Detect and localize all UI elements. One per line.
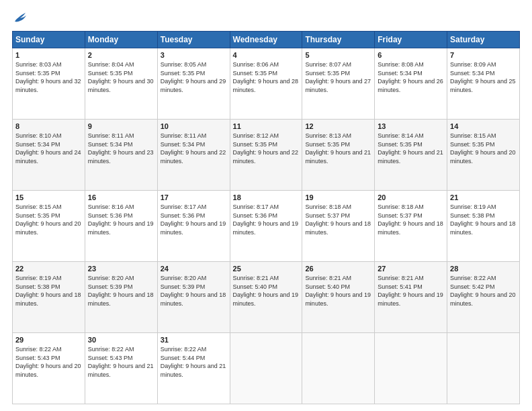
calendar-cell: 25Sunrise: 8:21 AMSunset: 5:40 PMDayligh… (230, 262, 302, 333)
day-number: 24 (161, 265, 227, 273)
day-number: 8 (15, 122, 82, 130)
calendar-cell: 10Sunrise: 8:11 AMSunset: 5:34 PMDayligh… (157, 120, 230, 191)
calendar-cell: 5Sunrise: 8:07 AMSunset: 5:35 PMDaylight… (302, 48, 375, 120)
calendar-cell: 24Sunrise: 8:20 AMSunset: 5:39 PMDayligh… (157, 262, 230, 333)
calendar-cell: 11Sunrise: 8:12 AMSunset: 5:35 PMDayligh… (230, 120, 302, 191)
day-info: Sunrise: 8:14 AMSunset: 5:35 PMDaylight:… (378, 132, 443, 165)
day-header-saturday: Saturday (447, 32, 520, 48)
calendar-cell: 17Sunrise: 8:17 AMSunset: 5:36 PMDayligh… (157, 191, 230, 262)
day-number: 30 (88, 336, 154, 344)
day-info: Sunrise: 8:06 AMSunset: 5:35 PMDaylight:… (233, 61, 299, 93)
day-number: 17 (161, 193, 227, 201)
calendar-cell (447, 333, 520, 404)
day-info: Sunrise: 8:20 AMSunset: 5:39 PMDaylight:… (161, 275, 226, 307)
calendar-cell: 8Sunrise: 8:10 AMSunset: 5:34 PMDaylight… (13, 120, 85, 191)
day-number: 31 (161, 336, 227, 344)
day-number: 13 (378, 122, 444, 130)
calendar-cell: 1Sunrise: 8:03 AMSunset: 5:35 PMDaylight… (13, 48, 85, 120)
day-number: 26 (305, 265, 371, 273)
day-number: 21 (450, 193, 517, 201)
day-number: 11 (233, 122, 300, 130)
calendar-cell (375, 333, 447, 404)
calendar-cell: 14Sunrise: 8:15 AMSunset: 5:35 PMDayligh… (447, 120, 520, 191)
day-number: 23 (88, 265, 154, 273)
day-info: Sunrise: 8:22 AMSunset: 5:43 PMDaylight:… (15, 346, 81, 378)
calendar-week-1: 8Sunrise: 8:10 AMSunset: 5:34 PMDaylight… (13, 120, 520, 191)
day-info: Sunrise: 8:22 AMSunset: 5:43 PMDaylight:… (88, 346, 154, 378)
calendar-cell: 30Sunrise: 8:22 AMSunset: 5:43 PMDayligh… (85, 333, 157, 404)
day-info: Sunrise: 8:22 AMSunset: 5:42 PMDaylight:… (450, 275, 516, 307)
calendar-cell: 6Sunrise: 8:08 AMSunset: 5:34 PMDaylight… (375, 48, 447, 120)
day-number: 28 (450, 265, 517, 273)
day-info: Sunrise: 8:20 AMSunset: 5:39 PMDaylight:… (88, 275, 154, 307)
calendar-cell: 19Sunrise: 8:18 AMSunset: 5:37 PMDayligh… (302, 191, 375, 262)
day-info: Sunrise: 8:05 AMSunset: 5:35 PMDaylight:… (161, 61, 226, 93)
day-header-friday: Friday (375, 32, 447, 48)
day-number: 29 (15, 336, 82, 344)
day-number: 19 (305, 193, 371, 201)
day-info: Sunrise: 8:08 AMSunset: 5:34 PMDaylight:… (378, 61, 443, 93)
day-info: Sunrise: 8:21 AMSunset: 5:40 PMDaylight:… (305, 275, 371, 307)
day-number: 7 (450, 51, 517, 59)
day-info: Sunrise: 8:22 AMSunset: 5:44 PMDaylight:… (161, 346, 226, 378)
day-number: 25 (233, 265, 300, 273)
day-number: 10 (161, 122, 227, 130)
calendar-cell: 27Sunrise: 8:21 AMSunset: 5:41 PMDayligh… (375, 262, 447, 333)
calendar-cell: 26Sunrise: 8:21 AMSunset: 5:40 PMDayligh… (302, 262, 375, 333)
calendar-cell: 22Sunrise: 8:19 AMSunset: 5:38 PMDayligh… (13, 262, 85, 333)
day-number: 6 (378, 51, 444, 59)
calendar-cell: 7Sunrise: 8:09 AMSunset: 5:34 PMDaylight… (447, 48, 520, 120)
day-number: 4 (233, 51, 300, 59)
day-header-tuesday: Tuesday (157, 32, 230, 48)
day-number: 12 (305, 122, 371, 130)
logo (12, 12, 27, 24)
calendar-table: SundayMondayTuesdayWednesdayThursdayFrid… (12, 31, 520, 404)
day-header-sunday: Sunday (13, 32, 85, 48)
day-info: Sunrise: 8:11 AMSunset: 5:34 PMDaylight:… (88, 132, 154, 165)
day-number: 3 (161, 51, 227, 59)
day-info: Sunrise: 8:19 AMSunset: 5:38 PMDaylight:… (15, 275, 81, 307)
day-info: Sunrise: 8:12 AMSunset: 5:35 PMDaylight:… (233, 132, 299, 165)
day-info: Sunrise: 8:18 AMSunset: 5:37 PMDaylight:… (378, 203, 443, 236)
day-info: Sunrise: 8:21 AMSunset: 5:41 PMDaylight:… (378, 275, 443, 307)
calendar-cell: 29Sunrise: 8:22 AMSunset: 5:43 PMDayligh… (13, 333, 85, 404)
calendar-cell: 20Sunrise: 8:18 AMSunset: 5:37 PMDayligh… (375, 191, 447, 262)
day-header-monday: Monday (85, 32, 157, 48)
header (12, 12, 520, 24)
calendar-week-0: 1Sunrise: 8:03 AMSunset: 5:35 PMDaylight… (13, 48, 520, 120)
calendar-cell: 21Sunrise: 8:19 AMSunset: 5:38 PMDayligh… (447, 191, 520, 262)
day-number: 2 (88, 51, 154, 59)
day-info: Sunrise: 8:11 AMSunset: 5:34 PMDaylight:… (161, 132, 226, 165)
day-info: Sunrise: 8:18 AMSunset: 5:37 PMDaylight:… (305, 203, 371, 236)
day-number: 15 (15, 193, 82, 201)
day-header-thursday: Thursday (302, 32, 375, 48)
day-number: 27 (378, 265, 444, 273)
calendar-cell: 2Sunrise: 8:04 AMSunset: 5:35 PMDaylight… (85, 48, 157, 120)
day-info: Sunrise: 8:03 AMSunset: 5:35 PMDaylight:… (15, 61, 81, 93)
calendar-cell (302, 333, 375, 404)
calendar-week-2: 15Sunrise: 8:15 AMSunset: 5:35 PMDayligh… (13, 191, 520, 262)
day-number: 16 (88, 193, 154, 201)
calendar-cell (230, 333, 302, 404)
day-number: 18 (233, 193, 300, 201)
day-info: Sunrise: 8:10 AMSunset: 5:34 PMDaylight:… (15, 132, 81, 165)
calendar-cell: 9Sunrise: 8:11 AMSunset: 5:34 PMDaylight… (85, 120, 157, 191)
page: SundayMondayTuesdayWednesdayThursdayFrid… (0, 0, 532, 411)
calendar-cell: 23Sunrise: 8:20 AMSunset: 5:39 PMDayligh… (85, 262, 157, 333)
day-info: Sunrise: 8:21 AMSunset: 5:40 PMDaylight:… (233, 275, 299, 307)
calendar-cell: 12Sunrise: 8:13 AMSunset: 5:35 PMDayligh… (302, 120, 375, 191)
day-info: Sunrise: 8:16 AMSunset: 5:36 PMDaylight:… (88, 203, 154, 236)
calendar-cell: 4Sunrise: 8:06 AMSunset: 5:35 PMDaylight… (230, 48, 302, 120)
calendar-cell: 15Sunrise: 8:15 AMSunset: 5:35 PMDayligh… (13, 191, 85, 262)
calendar-week-4: 29Sunrise: 8:22 AMSunset: 5:43 PMDayligh… (13, 333, 520, 404)
calendar-cell: 28Sunrise: 8:22 AMSunset: 5:42 PMDayligh… (447, 262, 520, 333)
day-info: Sunrise: 8:17 AMSunset: 5:36 PMDaylight:… (161, 203, 226, 236)
calendar-cell: 16Sunrise: 8:16 AMSunset: 5:36 PMDayligh… (85, 191, 157, 262)
calendar-header-row: SundayMondayTuesdayWednesdayThursdayFrid… (13, 32, 520, 48)
day-info: Sunrise: 8:13 AMSunset: 5:35 PMDaylight:… (305, 132, 371, 165)
day-info: Sunrise: 8:15 AMSunset: 5:35 PMDaylight:… (450, 132, 516, 165)
day-number: 20 (378, 193, 444, 201)
day-number: 22 (15, 265, 82, 273)
calendar-cell: 18Sunrise: 8:17 AMSunset: 5:36 PMDayligh… (230, 191, 302, 262)
day-info: Sunrise: 8:17 AMSunset: 5:36 PMDaylight:… (233, 203, 299, 236)
